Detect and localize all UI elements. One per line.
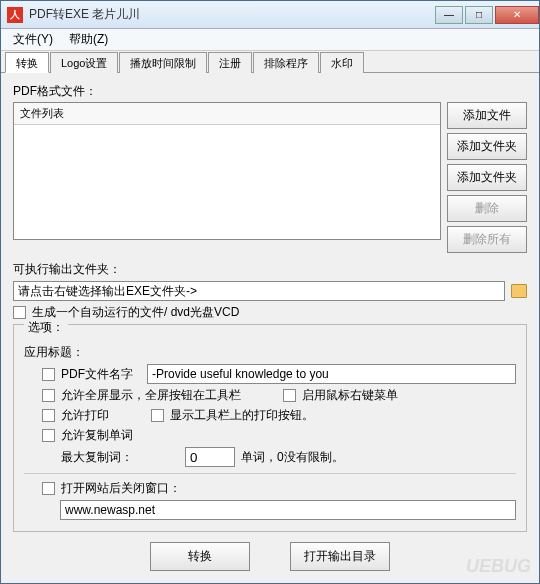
- delete-all-button[interactable]: 删除所有: [447, 226, 527, 253]
- fullscreen-checkbox[interactable]: [42, 389, 55, 402]
- file-listbox[interactable]: 文件列表: [13, 102, 441, 240]
- bottom-buttons: 转换 打开输出目录: [13, 542, 527, 571]
- allow-print-checkbox[interactable]: [42, 409, 55, 422]
- output-path-input[interactable]: [13, 281, 505, 301]
- app-icon: 人: [7, 7, 23, 23]
- close-after-label: 打开网站后关闭窗口：: [61, 480, 181, 497]
- file-list-header: 文件列表: [14, 103, 440, 125]
- copy-row: 允许复制单词: [24, 427, 516, 444]
- maxcopy-row: 最大复制词： 单词，0没有限制。: [24, 447, 516, 467]
- window-controls: — □ ✕: [433, 6, 539, 24]
- open-output-button[interactable]: 打开输出目录: [290, 542, 390, 571]
- options-legend: 选项：: [24, 319, 68, 336]
- title-row: PDF文件名字: [24, 364, 516, 384]
- menubar: 文件(Y) 帮助(Z): [1, 29, 539, 51]
- show-print-checkbox[interactable]: [151, 409, 164, 422]
- fullscreen-label: 允许全屏显示，全屏按钮在工具栏: [61, 387, 241, 404]
- add-file-button[interactable]: 添加文件: [447, 102, 527, 129]
- max-copy-label: 最大复制词：: [61, 449, 133, 466]
- delete-button[interactable]: 删除: [447, 195, 527, 222]
- menu-file[interactable]: 文件(Y): [5, 29, 61, 50]
- tab-exclude[interactable]: 排除程序: [253, 52, 319, 73]
- tab-register[interactable]: 注册: [208, 52, 252, 73]
- file-buttons: 添加文件 添加文件夹 添加文件夹 删除 删除所有: [447, 102, 527, 253]
- url-row: [24, 500, 516, 520]
- output-folder-label: 可执行输出文件夹：: [13, 261, 527, 278]
- close-button[interactable]: ✕: [495, 6, 539, 24]
- close-after-checkbox[interactable]: [42, 482, 55, 495]
- add-folder-button-2[interactable]: 添加文件夹: [447, 164, 527, 191]
- autorun-row: 生成一个自动运行的文件/ dvd光盘VCD: [13, 304, 527, 321]
- allow-print-label: 允许打印: [61, 407, 109, 424]
- options-fieldset: 选项： 应用标题： PDF文件名字 允许全屏显示，全屏按钮在工具栏 启用鼠标右键…: [13, 324, 527, 532]
- pdf-filename-label: PDF文件名字: [61, 366, 133, 383]
- max-copy-input[interactable]: [185, 447, 235, 467]
- autorun-checkbox[interactable]: [13, 306, 26, 319]
- titlebar: 人 PDF转EXE 老片儿川 — □ ✕: [1, 1, 539, 29]
- browse-folder-icon[interactable]: [511, 284, 527, 298]
- rightclick-checkbox[interactable]: [283, 389, 296, 402]
- minimize-button[interactable]: —: [435, 6, 463, 24]
- show-print-label: 显示工具栏上的打印按钮。: [170, 407, 314, 424]
- print-row: 允许打印 显示工具栏上的打印按钮。: [24, 407, 516, 424]
- pdf-files-label: PDF格式文件：: [13, 83, 527, 100]
- tab-convert[interactable]: 转换: [5, 52, 49, 73]
- rightclick-label: 启用鼠标右键菜单: [302, 387, 398, 404]
- tab-logo[interactable]: Logo设置: [50, 52, 118, 73]
- tab-time-limit[interactable]: 播放时间限制: [119, 52, 207, 73]
- menu-help[interactable]: 帮助(Z): [61, 29, 116, 50]
- pdf-filename-checkbox[interactable]: [42, 368, 55, 381]
- fullscreen-row: 允许全屏显示，全屏按钮在工具栏 启用鼠标右键菜单: [24, 387, 516, 404]
- url-input[interactable]: [60, 500, 516, 520]
- tab-content: PDF格式文件： 文件列表 添加文件 添加文件夹 添加文件夹 删除 删除所有 可…: [1, 73, 539, 583]
- app-title-label: 应用标题：: [24, 344, 516, 361]
- add-folder-button-1[interactable]: 添加文件夹: [447, 133, 527, 160]
- allow-copy-label: 允许复制单词: [61, 427, 133, 444]
- max-copy-suffix: 单词，0没有限制。: [241, 449, 344, 466]
- tabstrip: 转换 Logo设置 播放时间限制 注册 排除程序 水印: [1, 51, 539, 73]
- convert-button[interactable]: 转换: [150, 542, 250, 571]
- tab-watermark[interactable]: 水印: [320, 52, 364, 73]
- divider: [24, 473, 516, 474]
- app-window: 人 PDF转EXE 老片儿川 — □ ✕ 文件(Y) 帮助(Z) 转换 Logo…: [0, 0, 540, 584]
- close-after-row: 打开网站后关闭窗口：: [24, 480, 516, 497]
- maximize-button[interactable]: □: [465, 6, 493, 24]
- allow-copy-checkbox[interactable]: [42, 429, 55, 442]
- filelist-area: 文件列表 添加文件 添加文件夹 添加文件夹 删除 删除所有: [13, 102, 527, 253]
- window-title: PDF转EXE 老片儿川: [29, 6, 433, 23]
- title-input[interactable]: [147, 364, 516, 384]
- output-path-row: [13, 281, 527, 301]
